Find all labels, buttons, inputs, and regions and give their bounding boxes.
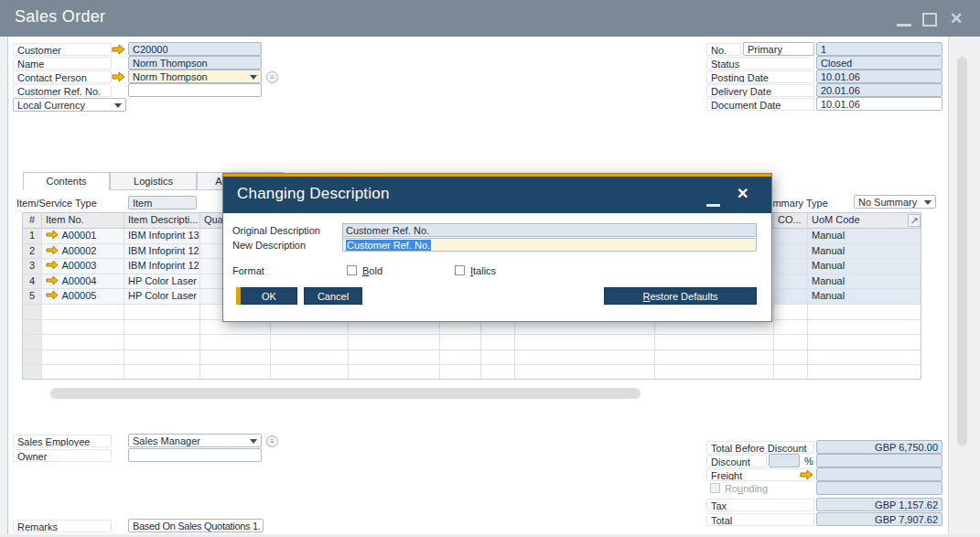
link-arrow-icon[interactable]: [800, 469, 813, 480]
table-cell[interactable]: Manual: [808, 274, 921, 289]
table-cell[interactable]: [655, 365, 774, 380]
new-description-field[interactable]: Customer Ref. No.: [342, 238, 757, 252]
table-cell[interactable]: [808, 320, 921, 335]
table-cell[interactable]: A00002: [42, 244, 124, 259]
link-arrow-icon[interactable]: [46, 230, 59, 240]
table-cell[interactable]: [124, 335, 200, 349]
table-row[interactable]: [23, 365, 921, 380]
table-cell[interactable]: [774, 335, 808, 349]
table-cell[interactable]: [271, 335, 349, 349]
status-field[interactable]: Closed: [816, 56, 942, 70]
name-field[interactable]: Norm Thompson: [128, 56, 262, 70]
table-cell[interactable]: [23, 335, 42, 349]
table-cell[interactable]: [515, 335, 655, 349]
currency-dropdown[interactable]: Local Currency: [13, 98, 126, 112]
table-cell[interactable]: [440, 350, 481, 365]
table-cell[interactable]: IBM Infoprint 122: [124, 244, 200, 259]
table-cell[interactable]: [774, 320, 808, 335]
table-cell[interactable]: [808, 365, 921, 380]
table-cell[interactable]: [42, 305, 124, 319]
table-cell[interactable]: [200, 350, 271, 365]
table-cell[interactable]: [481, 335, 515, 349]
remarks-field[interactable]: Based On Sales Quotations 1.: [128, 519, 264, 532]
dialog-minimize-icon[interactable]: [706, 204, 720, 207]
table-cell[interactable]: Manual: [808, 289, 921, 304]
column-header[interactable]: CO...: [774, 213, 808, 228]
link-arrow-icon[interactable]: [112, 44, 125, 55]
minimize-icon[interactable]: [897, 24, 911, 27]
original-description-field[interactable]: Customer Ref. No.: [342, 223, 757, 237]
table-cell[interactable]: HP Color Laser Je: [124, 289, 200, 304]
cancel-button[interactable]: Cancel: [304, 287, 362, 305]
table-cell[interactable]: 4: [23, 274, 42, 289]
column-header[interactable]: UoM Code: [808, 213, 921, 228]
table-cell[interactable]: IBM Infoprint 131: [124, 229, 200, 243]
table-cell[interactable]: [124, 350, 200, 365]
table-cell[interactable]: A00003: [42, 259, 124, 274]
customer-field[interactable]: C20000: [128, 42, 262, 56]
table-cell[interactable]: A00005: [42, 289, 124, 304]
link-arrow-icon[interactable]: [46, 290, 59, 300]
close-icon[interactable]: ✕: [950, 9, 963, 28]
table-cell[interactable]: [42, 320, 124, 335]
link-arrow-icon[interactable]: [46, 245, 59, 255]
table-cell[interactable]: 3: [23, 259, 42, 274]
column-header[interactable]: #: [23, 213, 42, 228]
table-cell[interactable]: [774, 259, 808, 274]
no-value-field[interactable]: 1: [816, 42, 942, 56]
table-cell[interactable]: [124, 305, 200, 319]
table-cell[interactable]: [808, 350, 921, 365]
no-series-field[interactable]: Primary: [743, 42, 814, 56]
table-cell[interactable]: Manual: [808, 229, 921, 243]
table-cell[interactable]: HP Color Laser Je: [124, 274, 200, 289]
sales-employee-dropdown[interactable]: Sales Manager: [128, 434, 262, 447]
table-row[interactable]: [23, 350, 921, 366]
table-row[interactable]: [23, 320, 921, 336]
table-cell[interactable]: [774, 289, 808, 304]
table-cell[interactable]: [774, 244, 808, 259]
summary-type-dropdown[interactable]: No Summary: [854, 195, 936, 209]
table-cell[interactable]: [349, 350, 440, 365]
column-header[interactable]: Item Descripti...: [124, 213, 200, 228]
table-cell[interactable]: 1: [23, 229, 42, 243]
table-cell[interactable]: [440, 335, 481, 349]
table-cell[interactable]: [481, 365, 515, 380]
customer-ref-field[interactable]: [128, 83, 262, 97]
table-cell[interactable]: [774, 305, 808, 319]
table-cell[interactable]: [271, 350, 349, 365]
table-cell[interactable]: [808, 305, 921, 319]
discount-percent-field[interactable]: [769, 454, 800, 467]
table-cell[interactable]: [349, 335, 440, 349]
table-cell[interactable]: [515, 365, 655, 380]
table-cell[interactable]: [515, 350, 655, 365]
menu-circle-icon[interactable]: ≡: [266, 71, 278, 83]
table-cell[interactable]: [124, 365, 200, 380]
table-cell[interactable]: [200, 335, 271, 349]
table-cell[interactable]: [774, 365, 808, 380]
table-cell[interactable]: [349, 365, 440, 380]
table-cell[interactable]: [42, 365, 124, 380]
table-cell[interactable]: [481, 350, 515, 365]
table-cell[interactable]: [23, 305, 42, 319]
table-cell[interactable]: [774, 274, 808, 289]
table-cell[interactable]: [23, 365, 42, 380]
menu-circle-icon[interactable]: ≡: [266, 435, 278, 447]
table-cell[interactable]: [23, 320, 42, 335]
italics-checkbox[interactable]: [455, 265, 465, 275]
table-cell[interactable]: [774, 229, 808, 243]
table-cell[interactable]: [271, 365, 349, 380]
vertical-scrollbar[interactable]: [957, 57, 967, 446]
table-cell[interactable]: [655, 350, 774, 365]
delivery-date-field[interactable]: 20.01.06: [816, 83, 942, 97]
table-cell[interactable]: Manual: [808, 259, 921, 274]
table-row[interactable]: [23, 335, 921, 350]
horizontal-scrollbar[interactable]: [50, 388, 641, 399]
table-cell[interactable]: [42, 335, 124, 349]
link-arrow-icon[interactable]: [46, 260, 59, 270]
table-cell[interactable]: Manual: [808, 244, 921, 259]
table-cell[interactable]: [440, 365, 481, 380]
table-cell[interactable]: [200, 365, 271, 380]
expand-grid-icon[interactable]: ↗: [908, 214, 921, 227]
column-header[interactable]: Item No.: [42, 213, 124, 228]
contact-person-dropdown[interactable]: Norm Thompson: [128, 70, 262, 83]
